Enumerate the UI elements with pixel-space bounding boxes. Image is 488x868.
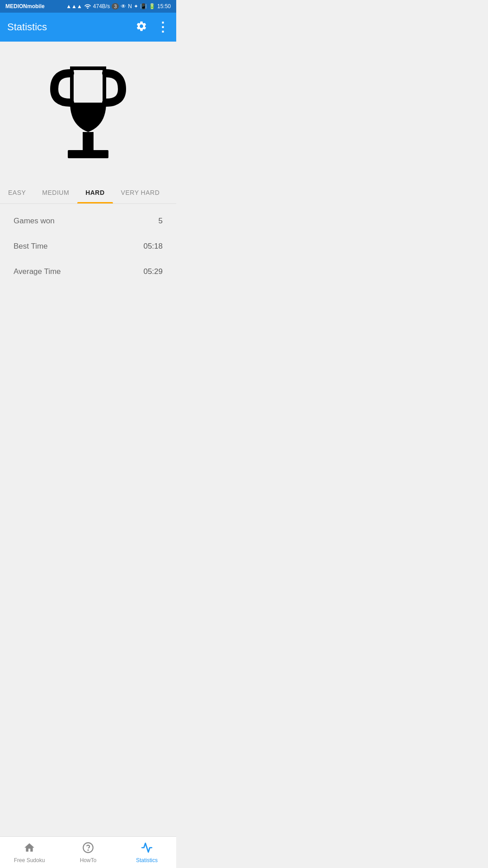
trophy-section [0, 42, 176, 182]
tab-very-hard[interactable]: VERY HARD [113, 182, 168, 203]
notification-badge: 3 [112, 3, 119, 9]
page-title: Statistics [7, 21, 47, 33]
signal-icon: ▲▲▲ [66, 3, 82, 9]
stat-row-best-time: Best Time 05:18 [0, 234, 176, 259]
speed-text: 474B/s [93, 3, 110, 9]
status-right: ▲▲▲ 474B/s 3 👁 N ✦ 📳 🔋 15:50 [66, 3, 171, 10]
carrier-text: MEDIONmobile [5, 3, 45, 9]
time-text: 15:50 [157, 3, 171, 9]
stat-row-average-time: Average Time 05:29 [0, 259, 176, 284]
svg-rect-4 [68, 150, 108, 158]
best-time-label: Best Time [14, 242, 48, 251]
app-bar: Statistics ⋮ [0, 13, 176, 42]
bluetooth-icon: ✦ [134, 3, 138, 9]
tab-extreme[interactable]: EXTR… [168, 182, 176, 203]
settings-button[interactable] [136, 20, 147, 34]
nfc-icon: N [128, 3, 132, 9]
stat-row-games-won: Games won 5 [0, 208, 176, 234]
main-content: EASY MEDIUM HARD VERY HARD EXTR… Games w… [0, 42, 176, 362]
vibrate-icon: 📳 [140, 3, 147, 9]
tab-easy[interactable]: EASY [0, 182, 34, 203]
difficulty-tabs: EASY MEDIUM HARD VERY HARD EXTR… [0, 182, 176, 204]
best-time-value: 05:18 [143, 242, 163, 251]
app-bar-actions: ⋮ [136, 20, 169, 34]
eye-icon: 👁 [121, 3, 126, 9]
battery-icon: 🔋 [149, 3, 155, 9]
svg-rect-0 [70, 66, 106, 70]
svg-rect-3 [83, 132, 94, 150]
tab-hard[interactable]: HARD [77, 182, 113, 203]
average-time-label: Average Time [14, 267, 61, 276]
games-won-value: 5 [159, 217, 163, 226]
tab-medium[interactable]: MEDIUM [34, 182, 77, 203]
games-won-label: Games won [14, 217, 55, 226]
stats-content: Games won 5 Best Time 05:18 Average Time… [0, 204, 176, 362]
wifi-icon [84, 3, 91, 10]
more-options-button[interactable]: ⋮ [156, 21, 169, 33]
status-bar: MEDIONmobile ▲▲▲ 474B/s 3 👁 N ✦ 📳 🔋 15:5… [0, 0, 176, 13]
average-time-value: 05:29 [143, 267, 163, 276]
trophy-icon [43, 60, 133, 168]
